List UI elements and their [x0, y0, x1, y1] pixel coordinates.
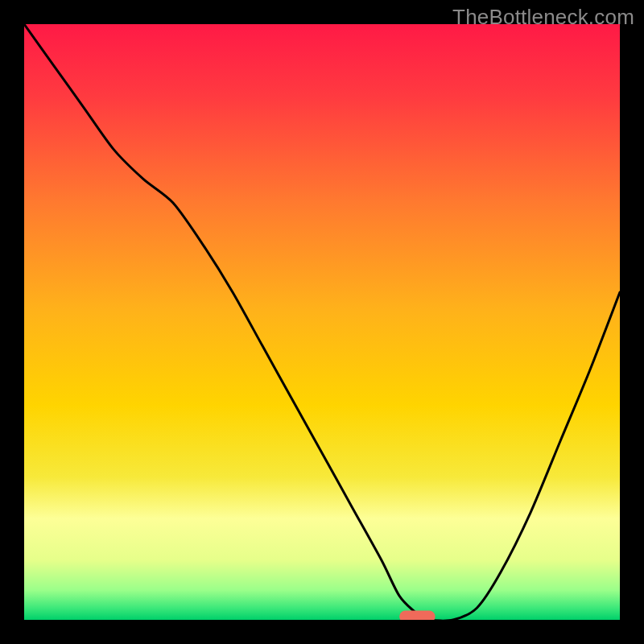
chart-frame: TheBottleneck.com	[0, 0, 644, 644]
chart-svg	[24, 24, 620, 620]
gradient-background	[24, 24, 620, 620]
watermark-text: TheBottleneck.com	[452, 5, 634, 30]
plot-area	[24, 24, 620, 620]
optimal-marker	[399, 611, 435, 620]
